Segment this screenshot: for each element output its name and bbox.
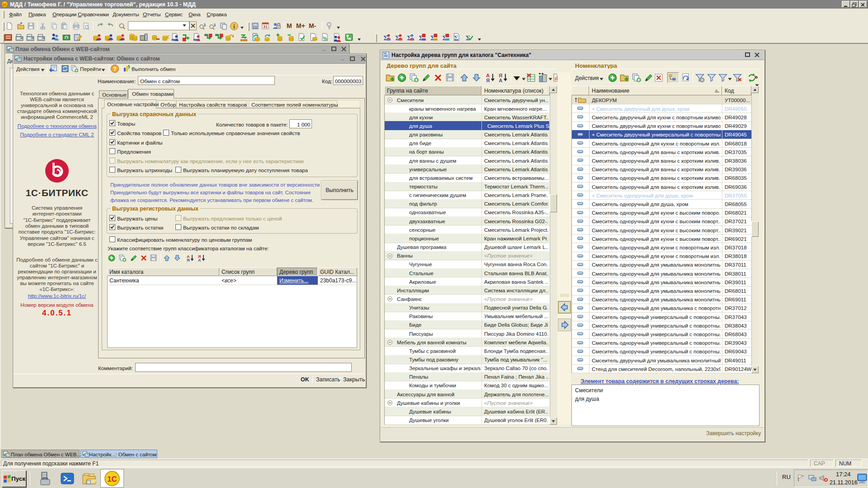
svg-text:Σ: Σ <box>466 34 470 42</box>
svg-text:$: $ <box>66 36 68 40</box>
svg-text:1C: 1C <box>2 3 7 7</box>
svg-text:Я: Я <box>187 258 189 262</box>
svg-text:31: 31 <box>263 24 268 29</box>
svg-text:А: А <box>198 258 201 262</box>
svg-text:1С: 1С <box>107 475 117 483</box>
svg-text:%: % <box>323 36 327 41</box>
svg-text:А: А <box>499 78 502 83</box>
svg-text:Я: Я <box>486 78 490 83</box>
svg-text:?: ? <box>113 66 116 72</box>
svg-text:Σ: Σ <box>454 34 458 42</box>
svg-text:€: € <box>167 34 170 40</box>
